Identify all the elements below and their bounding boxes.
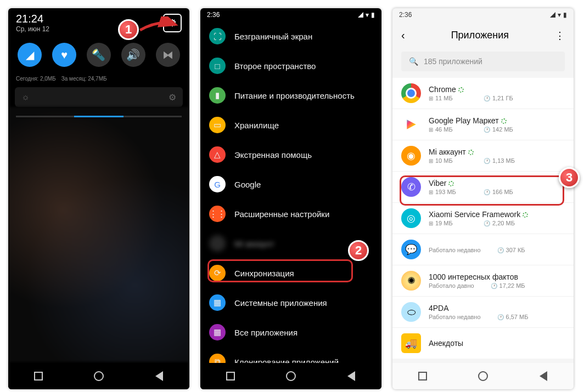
app-storage: Работало недавно [429,247,481,253]
more-button[interactable]: ⋮ [555,30,565,42]
app-info: Анекдоты [429,339,565,348]
setting-battery[interactable]: ▮Питание и производительность [200,81,381,110]
app-time: 1,21 ГБ [492,95,513,101]
folder-icon: ▭ [209,117,226,133]
app-time: 17,22 МБ [499,282,525,289]
gear-icon: ⚙ [169,92,176,103]
status-icons: ▾ ▮ [358,11,375,19]
signal-icon [550,12,555,18]
setting-all-apps[interactable]: ▦Все приложения [200,317,381,347]
callout-badge-2: 2 [348,240,369,261]
app-storage: 11 МБ [435,95,453,101]
date-label: Ср, июн 12 [16,25,49,33]
app-info: 4PDA Работало недавно🕐6,57 МБ [429,304,565,320]
clock-icon: 🕐 [491,283,497,289]
app-info: Работало недавно🕐307 КБ [429,246,565,253]
nav-bar [200,363,381,389]
back-button[interactable]: ‹ [401,29,405,42]
nav-recent[interactable] [225,371,236,382]
setting-google[interactable]: GGoogle [200,169,381,199]
setting-label: Синхронизация [234,269,294,278]
signal-icon [358,12,363,18]
brightness-slider[interactable] [16,116,182,117]
setting-storage[interactable]: ▭Хранилище [200,110,381,140]
wifi-icon: ▾ [366,11,369,19]
nav-back[interactable] [346,371,357,382]
qs-bluetooth[interactable]: ⧓ [156,43,180,67]
nav-back[interactable] [154,371,165,382]
app-item-messages[interactable]: 💬 Работало недавно🕐307 КБ [392,234,574,265]
app-time: 307 КБ [506,247,525,253]
battery-icon: ▮ [371,11,375,19]
messages-icon: 💬 [401,240,421,259]
storage-icon: ⊞ [429,189,433,195]
screen-settings: 2:36 ▾ ▮ ⛶Безграничный экран □Второе про… [200,8,381,389]
setting-advanced[interactable]: ⋮⋮Расширенные настройки [200,199,381,229]
media-card[interactable]: ☼ ⚙ [15,87,183,107]
app-item-viber[interactable]: ✆ Viber ⊞193 МБ🕐166 МБ [392,172,574,203]
sound-icon: 🔊 [126,48,140,61]
status-icons: ▾ ▮ [550,11,567,19]
bluetooth-icon: ⧓ [162,48,173,61]
app-item-play[interactable]: Google Play Маркет ⊞46 МБ🕐142 МБ [392,109,574,140]
apps-header: ‹ Приложения ⋮ [392,21,574,49]
nav-recent[interactable] [33,371,44,382]
setting-system-apps[interactable]: ▦Системные приложения [200,288,381,317]
clock-icon: 🕐 [484,158,490,164]
storage-icon: ⊞ [429,158,433,164]
app-info: Chrome ⊞11 МБ🕐1,21 ГБ [429,85,565,101]
xiaomi-icon: ◎ [401,208,421,228]
avatar-icon [209,235,226,252]
loading-icon [458,87,464,93]
wifi-icon: ▾ [558,11,561,19]
app-item-facts[interactable]: ✺ 1000 интересных фактов Работало давно🕐… [392,265,574,297]
setting-second-space[interactable]: □Второе пространство [200,51,381,81]
data-usage-bar: Сегодня: 2,0МБ За месяц: 24,7МБ [16,76,182,82]
warning-icon: △ [209,146,226,163]
setting-label: Экстренная помощь [234,150,312,160]
badge-label: 2 [355,243,362,258]
screen-apps-list: 2:36 ▾ ▮ ‹ Приложения ⋮ 🔍 185 приложений… [392,8,574,389]
nav-home[interactable] [478,371,488,382]
qs-mobile-data[interactable]: ◢ [18,43,42,67]
app-item-xiaomi[interactable]: ◎ Xiaomi Service Framework ⊞19 МБ🕐2,20 М… [392,203,574,234]
callout-badge-3: 3 [559,167,580,188]
nav-home[interactable] [93,371,104,382]
battery-icon: ▮ [563,11,567,19]
app-item-4pda[interactable]: ⬭ 4PDA Работало недавно🕐6,57 МБ [392,297,574,328]
callout-arrow-1 [137,16,181,38]
setting-fullscreen[interactable]: ⛶Безграничный экран [200,21,381,51]
app-info: Xiaomi Service Framework ⊞19 МБ🕐2,20 МБ [429,210,565,226]
clock-icon: 🕐 [484,220,490,226]
app-item-chrome[interactable]: Chrome ⊞11 МБ🕐1,21 ГБ [392,78,574,109]
time-label: 21:24 [16,13,49,25]
app-storage: 10 МБ [435,157,453,164]
nav-home[interactable] [285,371,296,382]
qs-wifi[interactable]: ♥ [52,43,76,67]
app-storage: 193 МБ [435,189,456,195]
status-time: 2:36 [207,11,220,19]
screen-notification-panel: 21:24 Ср, июн 12 ⚙ ◢ ♥ 🔦 🔊 ⧓ Сегодня: 2,… [8,8,189,389]
app-time: 6,57 МБ [506,314,529,320]
nav-back[interactable] [538,371,549,382]
setting-label: Mi аккаунт [234,239,274,248]
app-time: 142 МБ [492,126,513,133]
app-storage: Работало недавно [429,314,481,320]
clock-icon: 🕐 [484,95,490,101]
nav-bar [8,363,189,389]
jokes-icon: 🚚 [401,333,421,353]
qs-flashlight[interactable]: 🔦 [87,43,111,67]
wifi-icon: ♥ [61,49,68,61]
nav-recent[interactable] [417,371,428,382]
search-input[interactable]: 🔍 185 приложений [401,52,565,71]
chrome-icon [401,83,421,103]
mi-icon: ◉ [401,146,421,166]
app-item-mi[interactable]: ◉ Mi аккаунт ⊞10 МБ🕐1,13 МБ [392,140,574,172]
app-item-jokes[interactable]: 🚚 Анекдоты [392,328,574,359]
qs-sound[interactable]: 🔊 [121,43,145,67]
setting-label: Google [234,180,261,189]
badge-label: 1 [125,22,132,37]
clock-icon: 🕐 [497,314,504,320]
setting-emergency[interactable]: △Экстренная помощь [200,140,381,169]
setting-sync[interactable]: ⟳Синхронизация [200,258,381,288]
